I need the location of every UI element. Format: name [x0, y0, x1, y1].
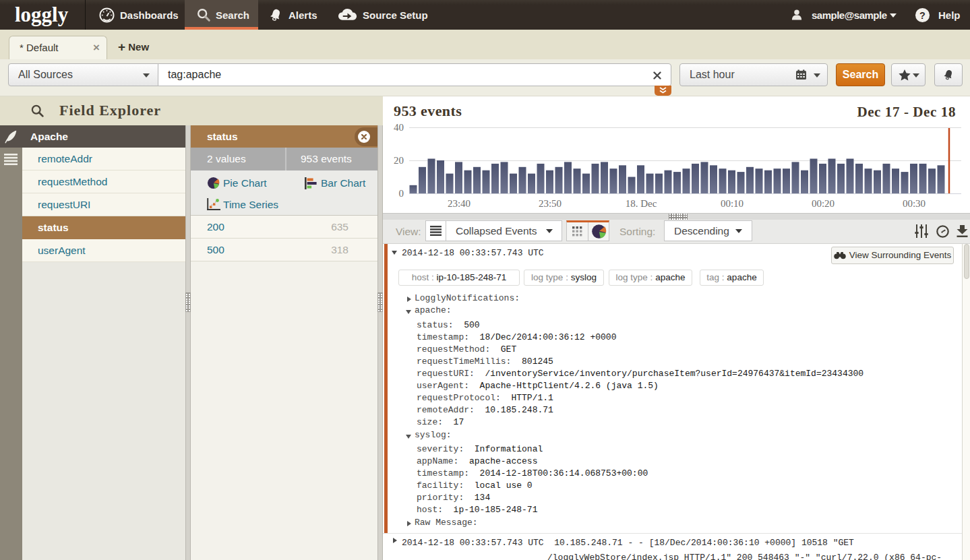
svg-text:00:30: 00:30: [903, 198, 926, 209]
svg-text:18. Dec: 18. Dec: [626, 198, 657, 209]
svg-text:0: 0: [399, 188, 404, 199]
svg-text:23:40: 23:40: [448, 198, 471, 209]
svg-text:00:20: 00:20: [812, 198, 835, 209]
svg-text:20: 20: [394, 155, 404, 166]
svg-text:?: ?: [919, 10, 926, 21]
svg-text:23:50: 23:50: [539, 198, 562, 209]
svg-text:00:10: 00:10: [721, 198, 744, 209]
svg-text:40: 40: [394, 123, 404, 133]
